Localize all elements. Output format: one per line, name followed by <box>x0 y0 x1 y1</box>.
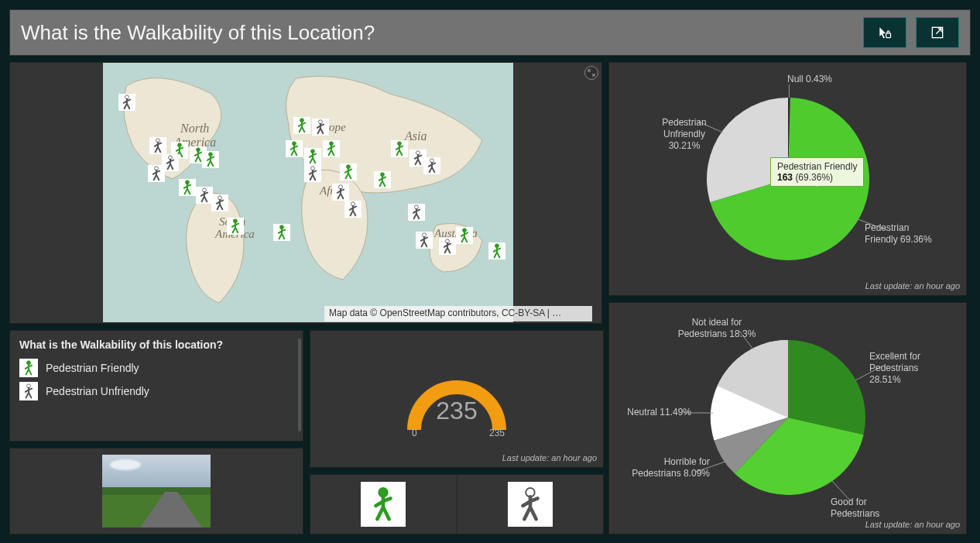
share-icon <box>930 25 945 40</box>
survey-photo <box>102 455 211 528</box>
map-canvas[interactable]: North America South America Europe Afric… <box>103 63 513 322</box>
pie1-unfriendly-label: PedestrianUnfriendly30.21% <box>649 117 719 152</box>
pie1-tooltip: Pedestrian Friendly 163 (69.36%) <box>770 157 864 187</box>
gauge-last-update: Last update: an hour ago <box>502 453 597 462</box>
pie-panel-friendly: Null 0.43% PedestrianUnfriendly30.21% Pe… <box>608 62 967 296</box>
walker-green-icon <box>361 482 406 527</box>
pie2-good-label: Good forPedestrians <box>831 497 916 520</box>
map-attribution: Map data © OpenStreetMap contributors, C… <box>324 306 592 321</box>
pie2-excellent-label: Excellent forPedestrians28.51% <box>869 351 954 386</box>
map-panel[interactable]: North America South America Europe Afric… <box>9 62 602 324</box>
pie1-null-label: Null 0.43% <box>787 74 832 85</box>
legend-label: Pedestrian Friendly <box>46 362 139 374</box>
pie1-last-update: Last update: an hour ago <box>865 281 960 290</box>
share-button[interactable] <box>916 17 959 48</box>
pie2-neutral-label: Neutral 11.49% <box>614 407 691 418</box>
svg-rect-1 <box>886 33 891 38</box>
legend-label: Pedestrian Unfriendly <box>46 385 149 397</box>
title-actions <box>863 17 959 48</box>
walker-grey-icon <box>19 382 38 400</box>
gauge-min: 0 <box>412 428 417 438</box>
page-title: What is the Walkability of this Location… <box>21 21 375 45</box>
walker-grey-icon <box>508 482 553 527</box>
gauge-max: 235 <box>489 428 505 438</box>
pie-panel-detail: Not ideal forPedestrians 18.3% Excellent… <box>608 302 967 534</box>
legend-item-unfriendly: Pedestrian Unfriendly <box>19 382 293 400</box>
photo-panel <box>9 448 303 534</box>
legend-panel: What is the Walkability of this location… <box>9 330 303 442</box>
svg-text:North: North <box>180 122 209 135</box>
legend-item-friendly: Pedestrian Friendly <box>19 359 293 377</box>
pie2-horrible-label: Horrible forPedestrians 8.09% <box>617 456 710 479</box>
gauge: 235 0 235 <box>395 356 519 442</box>
legend-title: What is the Walkability of this location… <box>19 339 293 351</box>
pie2-last-update: Last update: an hour ago <box>865 520 960 529</box>
world-map: North America South America Europe Afric… <box>103 63 513 322</box>
expand-icon <box>588 69 595 77</box>
gauge-value: 235 <box>395 397 519 425</box>
friendly-icon-tile[interactable] <box>310 475 457 534</box>
icons-panel <box>310 474 604 534</box>
pie2-notideal-label: Not ideal forPedestrians 18.3% <box>674 317 759 340</box>
expand-map-button[interactable] <box>584 66 598 80</box>
cursor-lock-icon <box>877 25 893 40</box>
unfriendly-icon-tile[interactable] <box>457 475 604 534</box>
gauge-panel: 235 0 235 Last update: an hour ago <box>310 330 604 468</box>
title-bar: What is the Walkability of this Location… <box>9 9 971 56</box>
pie1-friendly-label: PedestrianFriendly 69.36% <box>865 222 950 246</box>
cursor-lock-button[interactable] <box>863 17 906 48</box>
walker-green-icon <box>19 359 38 377</box>
